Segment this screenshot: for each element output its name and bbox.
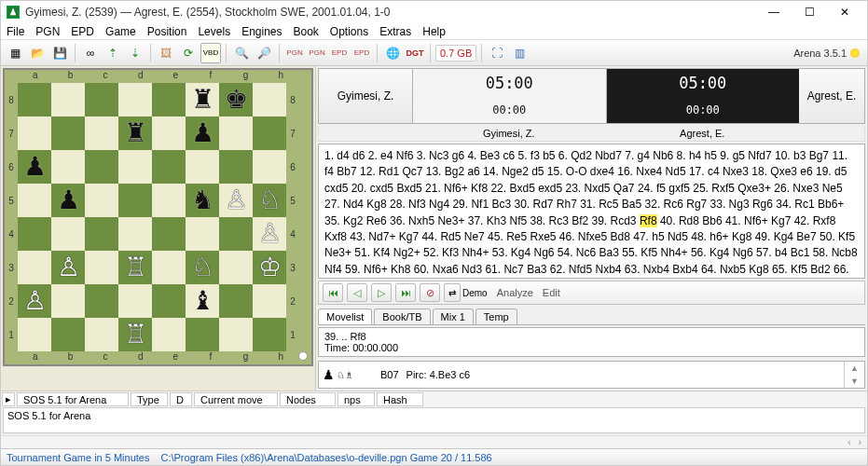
maximize-button[interactable]: ☐ <box>792 3 826 21</box>
square-b4[interactable] <box>51 217 85 251</box>
square-d8[interactable] <box>118 83 152 116</box>
square-d1[interactable]: ♖ <box>118 318 152 351</box>
menu-engines[interactable]: Engines <box>241 25 282 38</box>
square-h1[interactable] <box>253 318 286 351</box>
menu-pgn[interactable]: PGN <box>35 25 60 38</box>
square-c6[interactable] <box>85 150 118 184</box>
zoom-out-icon[interactable]: 🔎 <box>254 43 274 63</box>
square-c7[interactable] <box>85 116 118 150</box>
square-b1[interactable] <box>51 318 85 351</box>
pgn-up-icon[interactable]: PGN <box>307 43 327 63</box>
menu-game[interactable]: Game <box>105 25 136 38</box>
prev-move-button[interactable]: ◁ <box>347 283 367 302</box>
menu-help[interactable]: Help <box>422 25 446 38</box>
tab-temp[interactable]: Temp <box>475 308 517 324</box>
square-c8[interactable] <box>85 83 118 116</box>
move-list[interactable]: 1. d4 d6 2. e4 Nf6 3. Nc3 g6 4. Be3 c6 5… <box>318 144 865 279</box>
level-down-icon[interactable]: ⇣ <box>125 43 145 63</box>
square-f5[interactable]: ♞ <box>186 184 219 217</box>
tab-movelist[interactable]: Movelist <box>318 308 372 324</box>
square-c1[interactable] <box>85 318 118 351</box>
square-h4[interactable]: ♙ <box>253 217 286 251</box>
square-b3[interactable]: ♙ <box>51 251 85 284</box>
square-d3[interactable]: ♖ <box>118 251 152 284</box>
square-c2[interactable] <box>85 284 118 318</box>
square-g2[interactable] <box>219 284 253 318</box>
square-d6[interactable] <box>118 150 152 184</box>
demo-button[interactable]: ⇄ <box>444 283 461 302</box>
analyze-button[interactable]: Analyze <box>497 287 533 298</box>
chess-board[interactable]: abcdefgh 87654321 ♜♚♜♟♟♟♞♙♘♙♙♖♘♔♙♝♖ 8765… <box>3 68 313 366</box>
square-h5[interactable]: ♘ <box>253 184 286 217</box>
square-g6[interactable] <box>219 150 253 184</box>
pgn-down-icon[interactable]: PGN <box>284 43 305 63</box>
square-c5[interactable] <box>85 184 118 217</box>
menu-options[interactable]: Options <box>330 25 368 38</box>
horizontal-scroll[interactable]: ‹› <box>1 435 867 448</box>
square-e8[interactable] <box>152 83 186 116</box>
zoom-in-icon[interactable]: 🔍 <box>231 43 252 63</box>
square-d4[interactable] <box>118 217 152 251</box>
square-a4[interactable] <box>18 217 51 251</box>
square-e6[interactable] <box>152 150 186 184</box>
next-move-button[interactable]: ▷ <box>371 283 392 302</box>
square-a1[interactable] <box>18 318 51 351</box>
square-h6[interactable] <box>253 150 286 184</box>
menu-levels[interactable]: Levels <box>198 25 230 38</box>
engine-toggle[interactable]: ▸ <box>2 392 15 406</box>
square-f6[interactable] <box>186 150 219 184</box>
dgt-icon[interactable]: DGT <box>405 43 425 63</box>
square-h3[interactable]: ♔ <box>253 251 286 284</box>
expand-icon[interactable]: ⛶ <box>487 43 507 63</box>
infinity-icon[interactable]: ∞ <box>80 43 101 63</box>
menu-book[interactable]: Book <box>294 25 319 38</box>
square-h8[interactable] <box>253 83 286 116</box>
square-c3[interactable] <box>85 251 118 284</box>
square-f8[interactable]: ♜ <box>186 83 219 116</box>
square-e4[interactable] <box>152 217 186 251</box>
picture-icon[interactable]: 🖼 <box>156 43 176 63</box>
square-a7[interactable] <box>18 116 51 150</box>
square-a3[interactable] <box>18 251 51 284</box>
globe-icon[interactable]: 🌐 <box>382 43 403 63</box>
square-g8[interactable]: ♚ <box>219 83 253 116</box>
last-move-button[interactable]: ⏭ <box>395 283 416 302</box>
square-e2[interactable] <box>152 284 186 318</box>
epd-down-icon[interactable]: EPD <box>329 43 350 63</box>
vbd-icon[interactable]: VBD <box>200 43 221 63</box>
level-up-icon[interactable]: ⇡ <box>103 43 123 63</box>
tab-book-tb[interactable]: Book/TB <box>374 308 430 324</box>
square-a8[interactable] <box>18 83 51 116</box>
square-g1[interactable] <box>219 318 253 351</box>
square-b2[interactable] <box>51 284 85 318</box>
square-b5[interactable]: ♟ <box>51 184 85 217</box>
square-e5[interactable] <box>152 184 186 217</box>
menu-position[interactable]: Position <box>147 25 187 38</box>
save-icon[interactable]: 💾 <box>49 43 70 63</box>
edit-button[interactable]: Edit <box>543 287 560 298</box>
tab-mix-1[interactable]: Mix 1 <box>433 308 474 324</box>
menu-extras[interactable]: Extras <box>379 25 411 38</box>
square-f2[interactable]: ♝ <box>186 284 219 318</box>
square-f3[interactable]: ♘ <box>186 251 219 284</box>
close-button[interactable]: ✕ <box>828 3 861 21</box>
menu-file[interactable]: File <box>7 25 24 38</box>
stop-button[interactable]: ⊘ <box>420 283 440 302</box>
square-d5[interactable] <box>118 184 152 217</box>
epd-up-icon[interactable]: EPD <box>351 43 372 63</box>
square-h7[interactable] <box>253 116 286 150</box>
square-f7[interactable]: ♟ <box>186 116 219 150</box>
square-g4[interactable] <box>219 217 253 251</box>
square-b6[interactable] <box>51 150 85 184</box>
scroll-buttons[interactable]: ▲▼ <box>844 362 864 388</box>
engine-name-header[interactable]: SOS 5.1 for Arena <box>17 392 129 406</box>
grid-icon[interactable]: ▥ <box>509 43 530 63</box>
square-a2[interactable]: ♙ <box>18 284 51 318</box>
square-g3[interactable] <box>219 251 253 284</box>
minimize-button[interactable]: — <box>757 3 791 21</box>
square-d7[interactable]: ♜ <box>118 116 152 150</box>
square-g5[interactable]: ♙ <box>219 184 253 217</box>
square-h2[interactable] <box>253 284 286 318</box>
square-b7[interactable] <box>51 116 85 150</box>
square-e7[interactable] <box>152 116 186 150</box>
